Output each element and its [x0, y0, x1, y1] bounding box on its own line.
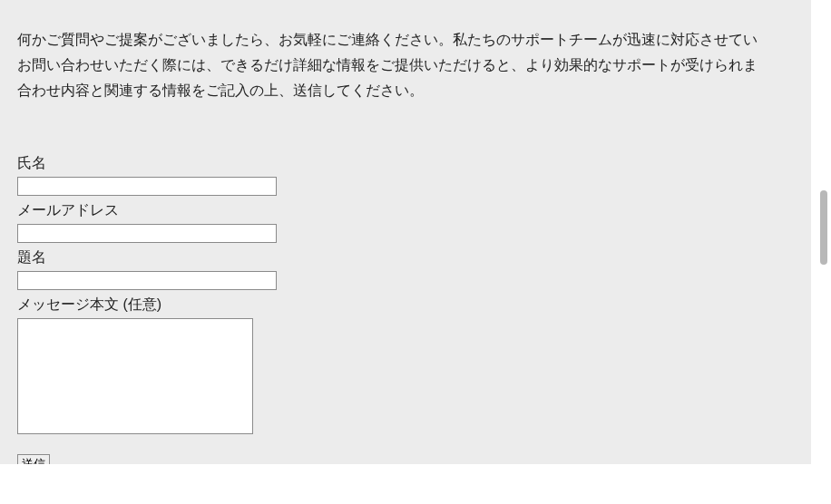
field-name: 氏名	[17, 154, 811, 196]
subject-label: 題名	[17, 248, 811, 267]
email-input[interactable]	[17, 224, 277, 243]
name-input[interactable]	[17, 177, 277, 196]
subject-input[interactable]	[17, 271, 277, 290]
field-email: メールアドレス	[17, 201, 811, 243]
intro-line-2: お問い合わせいただく際には、できるだけ詳細な情報をご提供いただけると、より効果的…	[17, 53, 811, 78]
message-label: メッセージ本文 (任意)	[17, 296, 811, 315]
content-area: 何かご質問やご提案がございましたら、お気軽にご連絡ください。私たちのサポートチー…	[0, 0, 811, 464]
footer-text	[0, 495, 811, 504]
intro-paragraph: 何かご質問やご提案がございましたら、お気軽にご連絡ください。私たちのサポートチー…	[17, 27, 811, 103]
footer-area	[0, 464, 811, 504]
name-label: 氏名	[17, 154, 811, 173]
field-message: メッセージ本文 (任意)	[17, 296, 811, 438]
field-subject: 題名	[17, 248, 811, 290]
intro-line-1: 何かご質問やご提案がございましたら、お気軽にご連絡ください。私たちのサポートチー…	[17, 27, 811, 53]
intro-line-3: 合わせ内容と関連する情報をご記入の上、送信してください。	[17, 78, 811, 103]
email-label: メールアドレス	[17, 201, 811, 220]
message-textarea[interactable]	[17, 318, 253, 434]
scrollbar-track[interactable]	[817, 0, 830, 504]
scrollbar-thumb[interactable]	[820, 190, 827, 265]
